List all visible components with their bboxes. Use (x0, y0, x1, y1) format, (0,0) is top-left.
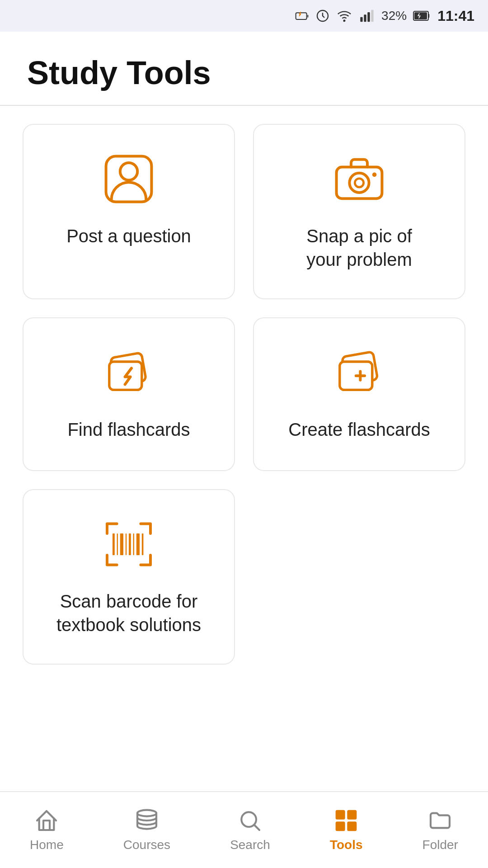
nav-home[interactable]: Home (21, 803, 73, 857)
nav-home-label: Home (30, 838, 64, 852)
home-icon (34, 808, 59, 833)
svg-rect-25 (136, 533, 140, 555)
status-icons: 32% 11:41 (295, 8, 474, 24)
flashcard-create-icon (332, 345, 386, 400)
create-flashcards-card[interactable]: Create flashcards (253, 317, 465, 471)
svg-rect-23 (129, 533, 131, 555)
svg-point-27 (137, 810, 156, 816)
clock-icon (315, 9, 330, 23)
nav-tools-label: Tools (330, 838, 363, 852)
svg-rect-22 (126, 533, 127, 555)
tools-row-2: Find flashcards Create flashcards (23, 317, 465, 471)
svg-rect-5 (367, 12, 370, 22)
svg-rect-29 (336, 810, 345, 820)
barcode-icon (102, 517, 156, 571)
svg-rect-3 (360, 17, 362, 22)
wifi-icon (336, 9, 352, 23)
tools-row-1: Post a question Snap a pic ofyour proble… (23, 124, 465, 299)
nav-courses-label: Courses (123, 838, 170, 852)
nav-folder[interactable]: Folder (413, 803, 467, 857)
svg-rect-19 (113, 533, 115, 555)
scan-barcode-card[interactable]: Scan barcode fortextbook solutions (23, 489, 235, 665)
nav-search[interactable]: Search (221, 803, 279, 857)
nav-tools[interactable]: Tools (321, 803, 372, 857)
signal-icon (359, 9, 375, 23)
flashcard-find-icon (102, 345, 156, 400)
svg-rect-4 (364, 14, 366, 22)
search-icon (237, 808, 263, 833)
svg-rect-31 (336, 821, 345, 831)
svg-point-13 (355, 179, 363, 187)
post-question-label: Post a question (66, 224, 191, 248)
nav-search-label: Search (230, 838, 270, 852)
tools-grid: Post a question Snap a pic ofyour proble… (0, 106, 488, 683)
svg-point-10 (120, 163, 137, 180)
svg-rect-6 (371, 10, 373, 22)
nav-courses[interactable]: Courses (114, 803, 179, 857)
snap-pic-card[interactable]: Snap a pic ofyour problem (253, 124, 465, 299)
find-flashcards-label: Find flashcards (67, 418, 190, 441)
status-bar: 32% 11:41 (0, 0, 488, 32)
battery-icon (413, 9, 431, 22)
camera-icon (332, 152, 386, 206)
svg-rect-21 (120, 533, 123, 555)
svg-rect-8 (414, 12, 427, 19)
tools-row-3: Scan barcode fortextbook solutions (23, 489, 465, 665)
svg-rect-26 (142, 533, 144, 555)
person-question-icon (102, 152, 156, 206)
svg-point-12 (349, 173, 369, 193)
battery-percent: 32% (381, 9, 407, 23)
nav-folder-label: Folder (422, 838, 458, 852)
create-flashcards-label: Create flashcards (288, 418, 430, 441)
svg-rect-20 (117, 533, 118, 555)
page-title: Study Tools (27, 54, 461, 91)
tools-icon (333, 808, 359, 833)
svg-rect-24 (133, 533, 134, 555)
battery-saver-icon (295, 9, 309, 23)
post-question-card[interactable]: Post a question (23, 124, 235, 299)
svg-rect-0 (296, 13, 307, 19)
scan-barcode-label: Scan barcode fortextbook solutions (56, 590, 201, 637)
snap-pic-label: Snap a pic ofyour problem (306, 224, 412, 271)
svg-point-2 (344, 20, 345, 21)
svg-rect-32 (347, 821, 357, 831)
bottom-nav: Home Courses Search (0, 791, 488, 868)
page-header: Study Tools (0, 32, 488, 106)
svg-rect-30 (347, 810, 357, 820)
folder-icon (427, 808, 453, 833)
find-flashcards-card[interactable]: Find flashcards (23, 317, 235, 471)
status-time: 11:41 (437, 8, 474, 24)
courses-icon (134, 808, 160, 833)
svg-point-14 (372, 173, 377, 177)
